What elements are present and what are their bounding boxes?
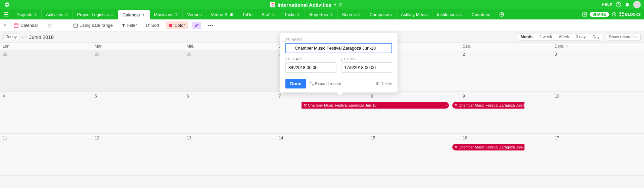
svg-point-14: [50, 24, 52, 25]
calendar-cell[interactable]: 30: [184, 50, 276, 92]
calendar-cell[interactable]: 17: [552, 134, 644, 176]
add-icon[interactable]: [582, 12, 587, 17]
calendar-event[interactable]: ⚒Chamber Music Festival Zaragoza Jun-…: [452, 144, 524, 150]
tab-musicians[interactable]: Musiciansⓘ: [150, 9, 183, 19]
tab-staff[interactable]: Staffⓘ: [257, 9, 280, 19]
sort-button[interactable]: Sort: [144, 21, 162, 29]
tab-activities[interactable]: Activitiesⓘ: [42, 9, 73, 19]
color-button[interactable]: Color: [166, 21, 187, 29]
calendar-cell[interactable]: 3: [552, 50, 644, 92]
view-menu-toggle[interactable]: ▼: [3, 23, 7, 27]
calendar-cell[interactable]: 29: [92, 50, 184, 92]
share-button[interactable]: SHARE: [590, 12, 609, 17]
app-header: 📅 International Activities ▼ ⓘ HELP ?: [0, 0, 644, 9]
weekday-header-cell: Lun.: [0, 43, 92, 50]
calendar-cell[interactable]: 28: [0, 50, 92, 92]
tab-todo[interactable]: ToDo: [238, 9, 257, 19]
tab-tasks[interactable]: Tasksⓘ: [280, 9, 305, 19]
range-month[interactable]: Month: [517, 34, 536, 40]
calendar-cell[interactable]: 4: [0, 92, 92, 134]
logo-icon[interactable]: [3, 1, 11, 8]
calendar-cell[interactable]: 11: [0, 134, 92, 176]
help-label[interactable]: HELP: [602, 2, 612, 7]
calendar-cell[interactable]: 13: [184, 134, 276, 176]
next-month-button[interactable]: ›: [25, 35, 26, 40]
collaborators-icon[interactable]: [45, 22, 55, 29]
svg-point-13: [48, 24, 50, 26]
record-name-input[interactable]: [285, 43, 392, 53]
range-week[interactable]: Week: [555, 34, 572, 40]
formula-icon: ƒx: [285, 38, 290, 42]
month-title: Junio 2018: [29, 34, 54, 40]
range-2-week[interactable]: 2 week: [536, 34, 555, 40]
svg-rect-10: [619, 15, 621, 16]
calendar-cell[interactable]: 5: [92, 92, 184, 134]
svg-point-16: [169, 24, 172, 27]
calendar-cell[interactable]: 15: [368, 134, 460, 176]
end-date-input[interactable]: [341, 62, 392, 73]
view-toolbar: ▼ Calendar Using date range Filter Sort …: [0, 19, 644, 32]
tab-institutions[interactable]: Institutionsⓘ: [432, 9, 467, 19]
help-icon[interactable]: ?: [616, 2, 621, 7]
table-tabs: ProjectsⓘActivitiesⓘProject LogisticsⓘCa…: [0, 9, 644, 19]
calendar-cell[interactable]: 6: [184, 92, 276, 134]
svg-marker-0: [5, 2, 9, 4]
done-button[interactable]: Done: [285, 79, 306, 88]
svg-rect-15: [74, 24, 77, 27]
expand-record-button[interactable]: Expand record: [310, 81, 341, 86]
history-icon[interactable]: [612, 12, 616, 17]
svg-rect-8: [619, 12, 621, 14]
chevron-down-icon[interactable]: ▼: [333, 3, 337, 7]
tab-activity-media[interactable]: Activity Media: [397, 9, 432, 19]
date-range-button[interactable]: Using date range: [71, 21, 115, 29]
range-day[interactable]: Day: [589, 34, 603, 40]
calendar-event[interactable]: ⚒Chamber Music Festival Zaragoza Jun-18: [452, 102, 524, 109]
calendar-cell[interactable]: 10: [552, 92, 644, 134]
calendar-cell[interactable]: 14: [276, 134, 368, 176]
delete-record-button[interactable]: Delete: [376, 81, 392, 86]
svg-marker-1: [5, 4, 7, 7]
calendar-cell[interactable]: 2: [460, 50, 552, 92]
tab-calendar[interactable]: Calendar▼: [118, 10, 150, 19]
tab-countries[interactable]: Countries: [467, 9, 495, 19]
info-icon[interactable]: ⓘ: [339, 2, 342, 7]
tab-repertory[interactable]: Repertoryⓘ: [305, 9, 338, 19]
tab-venues[interactable]: Venues: [183, 9, 206, 19]
tab-composers[interactable]: Composers: [365, 9, 396, 19]
calendar-cell[interactable]: 12: [92, 134, 184, 176]
calendar-cell[interactable]: 9: [460, 92, 552, 134]
record-popover: ƒxNAME ⚒ ƒxSTART ƒxEND Done Expand recor…: [280, 33, 398, 93]
tab-projects[interactable]: Projectsⓘ: [12, 9, 42, 19]
calendar-event[interactable]: ⚒Chamber Music Festival Zaragoza Jun-18›: [302, 102, 449, 109]
avatar[interactable]: [633, 1, 641, 8]
today-button[interactable]: Today: [3, 34, 19, 40]
weekday-header-cell: Dom. ⇄: [552, 43, 644, 50]
more-options-button[interactable]: •••: [206, 21, 216, 29]
notifications-icon[interactable]: [625, 2, 630, 7]
start-date-input[interactable]: [285, 62, 336, 73]
add-table-button[interactable]: [495, 9, 508, 19]
weekday-header-cell: Sáb.: [460, 43, 552, 50]
svg-rect-9: [622, 12, 624, 14]
calendar-cell[interactable]: 8: [368, 92, 460, 134]
base-icon: 📅: [270, 2, 275, 7]
calendar-cell[interactable]: 16: [460, 134, 552, 176]
svg-rect-11: [622, 15, 624, 16]
tab-project-logistics[interactable]: Project Logisticsⓘ: [73, 9, 118, 19]
base-name[interactable]: International Activities: [277, 2, 331, 8]
tab-venue-staff[interactable]: Venue Staff: [206, 9, 238, 19]
view-switcher[interactable]: Calendar: [11, 21, 40, 29]
filter-button[interactable]: Filter: [120, 21, 139, 29]
hamburger-icon[interactable]: [0, 9, 12, 19]
prev-month-button[interactable]: ‹: [22, 35, 24, 40]
range-3-day[interactable]: 3 day: [572, 34, 589, 40]
svg-text:?: ?: [617, 3, 619, 7]
calendar-icon: [13, 23, 19, 28]
blocks-button[interactable]: BLOCKS: [619, 12, 641, 17]
tab-scores[interactable]: Scoresⓘ: [338, 9, 365, 19]
svg-rect-12: [14, 24, 18, 27]
calendar-cell[interactable]: 7: [276, 92, 368, 134]
share-view-button[interactable]: [192, 22, 201, 29]
show-record-list-button[interactable]: Show record list: [606, 33, 641, 41]
range-switcher: Month2 weekWeek3 dayDay: [517, 33, 603, 41]
